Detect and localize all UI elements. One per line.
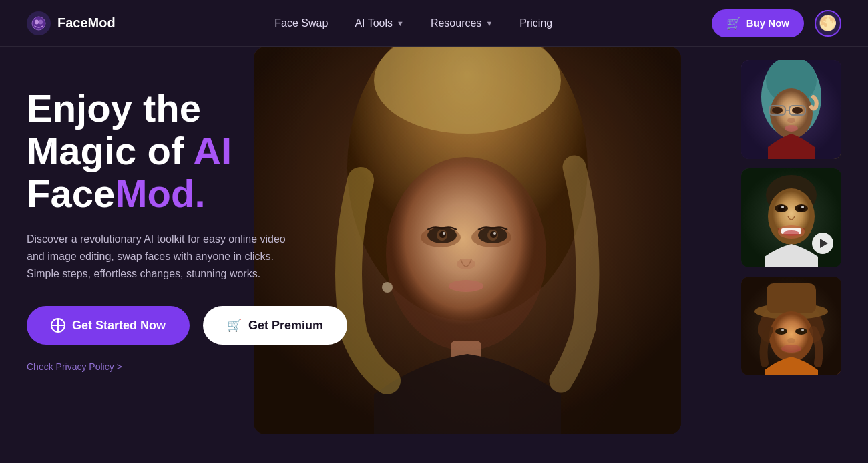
svg-point-53 xyxy=(787,338,795,343)
svg-point-18 xyxy=(457,259,475,269)
logo-icon xyxy=(27,11,51,35)
privacy-policy-link[interactable]: Check Privacy Policy > xyxy=(27,361,122,372)
svg-point-38 xyxy=(778,205,785,212)
svg-rect-47 xyxy=(767,283,816,313)
svg-point-54 xyxy=(781,345,801,353)
nav-pricing[interactable]: Pricing xyxy=(519,17,552,29)
hero-title: Enjoy the Magic of AI FaceMod. xyxy=(27,87,307,214)
svg-point-44 xyxy=(783,230,799,236)
thumbnail-2[interactable] xyxy=(741,168,841,267)
svg-point-41 xyxy=(801,206,804,208)
svg-point-29 xyxy=(772,107,783,114)
user-avatar[interactable]: 🌕 xyxy=(815,10,841,37)
svg-point-50 xyxy=(795,328,807,335)
nav-resources[interactable]: Resources ▼ xyxy=(431,17,493,29)
svg-point-14 xyxy=(439,231,446,238)
nav-ai-tools[interactable]: AI Tools ▼ xyxy=(355,17,404,29)
svg-point-20 xyxy=(382,282,393,293)
resources-chevron-icon: ▼ xyxy=(485,19,493,27)
thumbnail-1[interactable] xyxy=(741,60,841,159)
svg-point-17 xyxy=(493,232,496,235)
brand-name: FaceMod xyxy=(57,15,116,31)
hero-subtitle: Discover a revolutionary AI toolkit for … xyxy=(27,230,294,282)
svg-point-40 xyxy=(781,206,784,208)
hero-title-line1: Enjoy the xyxy=(27,86,201,130)
get-started-button[interactable]: Get Started Now xyxy=(27,306,190,345)
ai-tools-chevron-icon: ▼ xyxy=(397,19,404,27)
svg-point-51 xyxy=(781,329,784,331)
hero-title-ai: AI xyxy=(193,129,232,172)
navbar: FaceMod Face Swap AI Tools ▼ Resources ▼… xyxy=(0,0,868,47)
svg-point-16 xyxy=(443,232,445,235)
hero-title-mod: Mod. xyxy=(115,172,205,215)
svg-point-2 xyxy=(39,19,43,24)
svg-point-7 xyxy=(386,157,546,351)
buy-now-button[interactable]: 🛒 Buy Now xyxy=(712,9,804,37)
svg-point-32 xyxy=(785,125,798,132)
cart-icon: 🛒 xyxy=(726,16,741,31)
svg-point-31 xyxy=(787,118,795,123)
svg-point-30 xyxy=(792,107,803,114)
play-button[interactable] xyxy=(812,233,833,254)
thumbnail-3[interactable] xyxy=(741,277,841,375)
cart-icon-premium: 🛒 xyxy=(227,318,242,333)
svg-point-48 xyxy=(769,311,813,362)
hero-text: Enjoy the Magic of AI FaceMod. Discover … xyxy=(27,87,307,373)
globe-icon xyxy=(51,318,65,333)
logo[interactable]: FaceMod xyxy=(27,11,116,35)
side-thumbnails xyxy=(741,60,841,375)
svg-point-52 xyxy=(801,329,804,331)
hero-title-facemod: FaceMod. xyxy=(27,172,206,215)
hero-main-image xyxy=(254,47,681,434)
nav-right: 🛒 Buy Now 🌕 xyxy=(712,9,841,37)
svg-point-39 xyxy=(798,205,805,212)
svg-point-15 xyxy=(490,231,497,238)
hero-title-magic: Magic of AI xyxy=(27,129,232,172)
svg-point-0 xyxy=(32,17,45,30)
hero-section: Enjoy the Magic of AI FaceMod. Discover … xyxy=(0,47,868,463)
avatar-image: 🌕 xyxy=(819,15,837,32)
nav-links: Face Swap AI Tools ▼ Resources ▼ Pricing xyxy=(274,17,552,29)
svg-point-49 xyxy=(775,328,787,335)
svg-point-1 xyxy=(35,19,39,24)
svg-point-19 xyxy=(449,280,483,292)
hero-buttons: Get Started Now 🛒 Get Premium xyxy=(27,306,307,345)
nav-face-swap[interactable]: Face Swap xyxy=(274,17,328,29)
get-premium-button[interactable]: 🛒 Get Premium xyxy=(203,306,347,345)
